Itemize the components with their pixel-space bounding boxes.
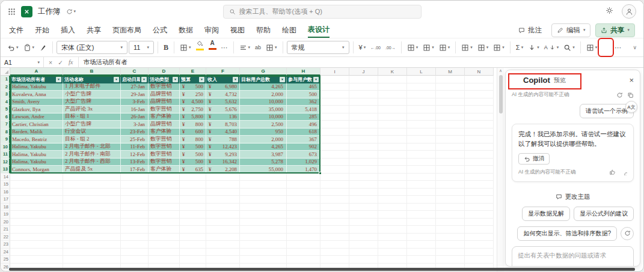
cell[interactable] — [349, 121, 378, 128]
cell[interactable]: ¥5,800 — [180, 113, 206, 121]
thumbs-down-icon[interactable] — [621, 169, 627, 175]
translate-button[interactable]: A文 — [625, 101, 637, 113]
cell[interactable]: ¥4,540 — [206, 128, 240, 136]
cell[interactable] — [180, 189, 206, 196]
cell[interactable]: ¥500 — [180, 159, 206, 166]
cell[interactable] — [121, 211, 149, 219]
cell[interactable] — [407, 76, 436, 83]
cell[interactable]: Lawson, Andre — [10, 113, 63, 121]
paste-button[interactable]: ▾ — [22, 40, 37, 55]
cell[interactable] — [287, 211, 320, 219]
cell[interactable] — [378, 76, 407, 83]
column-header-N[interactable]: N — [465, 68, 494, 76]
cell[interactable] — [149, 211, 180, 219]
cell[interactable] — [63, 181, 121, 189]
cell[interactable] — [465, 113, 494, 121]
cell[interactable] — [320, 234, 349, 241]
cell[interactable] — [378, 189, 407, 196]
app-launcher-icon[interactable] — [8, 8, 16, 16]
cell[interactable]: ¥9,293 — [206, 151, 240, 159]
cell[interactable] — [287, 174, 320, 181]
cell[interactable]: 23-Feb — [121, 128, 149, 136]
cell[interactable] — [10, 219, 63, 226]
cell[interactable]: 活动类型▼ — [149, 76, 180, 83]
cell[interactable] — [436, 241, 465, 249]
cell[interactable] — [180, 196, 206, 204]
cell[interactable]: Halima, Yakubu — [10, 159, 63, 166]
cell[interactable]: 品牌营销 — [149, 91, 180, 98]
cell[interactable] — [240, 249, 287, 256]
cell[interactable] — [407, 151, 436, 159]
cell[interactable] — [349, 204, 378, 211]
decrease-decimal-button[interactable]: .00→ — [384, 40, 397, 55]
cell[interactable] — [320, 211, 349, 219]
cell[interactable] — [465, 189, 494, 196]
cell[interactable]: 预算▼ — [180, 76, 206, 83]
cell[interactable]: 小型广告牌 — [63, 121, 121, 128]
cell[interactable] — [320, 166, 349, 174]
delete-cells-button[interactable]: ▾ — [476, 40, 491, 55]
cell[interactable] — [180, 256, 206, 264]
column-header-B[interactable]: B — [63, 68, 121, 76]
cell[interactable] — [465, 121, 494, 128]
suggestion-chip[interactable]: 显示公式列的建议 — [574, 207, 634, 221]
cell[interactable] — [240, 256, 287, 264]
cell[interactable] — [63, 234, 121, 241]
cell[interactable]: 参与用户数▼ — [287, 76, 320, 83]
cell[interactable] — [320, 159, 349, 166]
cell[interactable] — [465, 219, 494, 226]
cell[interactable] — [436, 151, 465, 159]
cell[interactable]: 品牌营销 — [149, 98, 180, 106]
cell[interactable] — [378, 136, 407, 144]
cell[interactable]: ¥8,703 — [206, 121, 240, 128]
cell[interactable] — [349, 136, 378, 144]
cell[interactable] — [465, 256, 494, 264]
search-bar[interactable]: 搜索工具、帮助等(选项 + Q) — [223, 5, 422, 19]
cell[interactable] — [407, 249, 436, 256]
filter-dropdown-icon[interactable]: ▼ — [199, 77, 204, 82]
row-number-16[interactable]: 16 — [1, 189, 10, 196]
row-number-6[interactable]: 6 — [1, 113, 10, 121]
cell[interactable]: ¥4,500 — [180, 98, 206, 106]
cell[interactable]: Kovaleva, Anna — [10, 91, 63, 98]
row-number-20[interactable]: 20 — [1, 219, 10, 226]
alignment-button[interactable]: ▾ — [238, 40, 253, 55]
more-font-options-button[interactable]: ⋯ — [219, 40, 230, 55]
vertical-scrollbar[interactable]: ∧ — [497, 68, 504, 271]
cell[interactable] — [320, 219, 349, 226]
cell[interactable]: 285 — [287, 113, 320, 121]
cell[interactable] — [407, 189, 436, 196]
cell[interactable] — [180, 249, 206, 256]
cell[interactable]: ¥5,676 — [206, 106, 240, 113]
cell[interactable] — [149, 234, 180, 241]
cell[interactable] — [206, 189, 240, 196]
cell[interactable]: 1 月末电子邮件 — [63, 83, 121, 91]
cell[interactable] — [436, 136, 465, 144]
cell[interactable] — [349, 166, 378, 174]
cell[interactable]: 500 — [287, 91, 320, 98]
cell[interactable] — [149, 204, 180, 211]
cell[interactable] — [10, 249, 63, 256]
cell-styles-button[interactable]: ▾ — [437, 40, 452, 55]
cell[interactable] — [349, 189, 378, 196]
cell[interactable] — [320, 144, 349, 151]
cell[interactable]: 数字营销 — [149, 136, 180, 144]
cell[interactable] — [407, 196, 436, 204]
merge-cells-button[interactable]: ▾ — [264, 40, 279, 55]
cell[interactable] — [180, 211, 206, 219]
copy-icon[interactable] — [627, 92, 634, 98]
cell[interactable]: ¥4,732 — [206, 91, 240, 98]
cell[interactable] — [320, 241, 349, 249]
cell[interactable] — [378, 144, 407, 151]
cell[interactable] — [240, 211, 287, 219]
row-number-14[interactable]: 14 — [1, 174, 10, 181]
cell[interactable]: 目标 - 组 1 — [63, 113, 121, 121]
tab-开始[interactable]: 开始 — [35, 23, 49, 37]
cell[interactable] — [10, 226, 63, 234]
cell[interactable]: Halima, Yakubu — [10, 151, 63, 159]
cell[interactable] — [10, 256, 63, 264]
cell[interactable] — [320, 136, 349, 144]
cell[interactable] — [149, 256, 180, 264]
account-avatar[interactable] — [622, 4, 636, 19]
cell[interactable] — [349, 76, 378, 83]
